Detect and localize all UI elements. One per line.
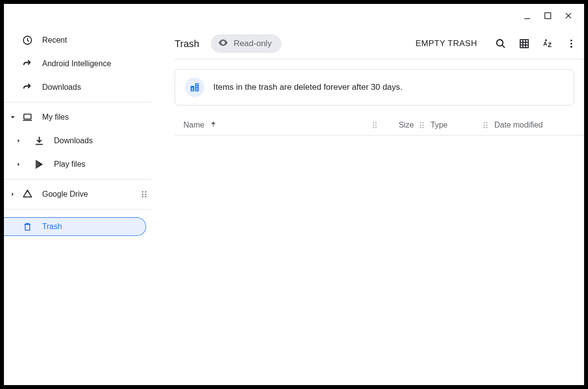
svg-point-5 bbox=[142, 194, 144, 195]
svg-point-29 bbox=[420, 127, 421, 129]
sidebar-item-label: Recent bbox=[42, 36, 151, 45]
play-store-icon bbox=[33, 159, 45, 170]
svg-point-4 bbox=[145, 191, 147, 193]
column-type[interactable]: Type bbox=[431, 121, 448, 129]
close-button[interactable] bbox=[562, 10, 574, 22]
svg-point-16 bbox=[570, 43, 572, 45]
sidebar-item-downloads-link[interactable]: Downloads bbox=[4, 76, 151, 99]
readonly-label: Read-only bbox=[233, 39, 272, 49]
eye-icon bbox=[218, 37, 229, 51]
column-headers: Name Size Type Date modified bbox=[175, 115, 584, 135]
chevron-right-icon[interactable] bbox=[4, 162, 33, 167]
sidebar-item-label: Downloads bbox=[54, 136, 151, 145]
download-icon bbox=[33, 135, 45, 146]
empty-trash-button[interactable]: EMPTY TRASH bbox=[415, 39, 477, 49]
svg-rect-12 bbox=[520, 40, 529, 48]
svg-point-25 bbox=[420, 122, 421, 124]
svg-point-35 bbox=[484, 127, 485, 129]
svg-point-32 bbox=[486, 122, 487, 124]
divider bbox=[4, 102, 151, 103]
sidebar-item-label: My files bbox=[42, 113, 151, 122]
maximize-button[interactable] bbox=[542, 10, 554, 22]
sidebar-item-downloads[interactable]: Downloads bbox=[4, 129, 151, 153]
chevron-right-icon[interactable] bbox=[4, 192, 22, 197]
svg-point-20 bbox=[375, 122, 377, 124]
svg-point-24 bbox=[375, 127, 377, 129]
sidebar-item-recent[interactable]: Recent bbox=[4, 28, 151, 52]
sidebar-item-android-intelligence[interactable]: Android Intelligence bbox=[4, 52, 151, 76]
svg-point-28 bbox=[422, 125, 424, 126]
search-icon[interactable] bbox=[490, 33, 511, 54]
svg-point-34 bbox=[486, 125, 487, 126]
divider bbox=[175, 59, 584, 59]
svg-rect-18 bbox=[213, 124, 213, 127]
readonly-badge: Read-only bbox=[211, 34, 281, 53]
svg-point-11 bbox=[497, 40, 503, 46]
svg-point-8 bbox=[145, 196, 147, 198]
divider bbox=[4, 209, 151, 209]
redirect-icon bbox=[22, 58, 33, 69]
sidebar-item-label: Play files bbox=[54, 160, 151, 169]
sidebar-item-label: Google Drive bbox=[42, 190, 151, 199]
svg-point-36 bbox=[486, 127, 487, 129]
clock-icon bbox=[22, 35, 33, 46]
sidebar-item-label: Downloads bbox=[42, 83, 151, 92]
divider bbox=[4, 179, 151, 180]
sort-asc-icon bbox=[209, 120, 217, 130]
trash-icon bbox=[22, 221, 33, 232]
svg-rect-0 bbox=[545, 13, 551, 19]
grid-view-icon[interactable] bbox=[513, 33, 535, 54]
svg-point-33 bbox=[484, 125, 485, 126]
svg-point-23 bbox=[373, 127, 374, 129]
svg-point-3 bbox=[142, 191, 144, 193]
banner-message: Items in the trash are deleted forever a… bbox=[213, 82, 403, 92]
sidebar-item-my-files[interactable]: My files bbox=[4, 105, 151, 129]
sidebar-item-play-files[interactable]: Play files bbox=[4, 153, 151, 176]
chevron-right-icon[interactable] bbox=[4, 138, 33, 143]
column-resize-handle[interactable] bbox=[481, 121, 490, 129]
svg-point-6 bbox=[145, 194, 147, 195]
redirect-icon bbox=[22, 82, 33, 93]
laptop-icon bbox=[22, 112, 33, 123]
page-title: Trash bbox=[175, 38, 199, 50]
sidebar-item-label: Trash bbox=[42, 222, 146, 231]
svg-point-22 bbox=[375, 125, 377, 126]
svg-point-19 bbox=[373, 122, 374, 124]
trash-info-banner: Items in the trash are deleted forever a… bbox=[175, 69, 574, 105]
drive-icon bbox=[22, 189, 33, 200]
svg-rect-2 bbox=[24, 114, 31, 119]
sidebar-item-google-drive[interactable]: Google Drive bbox=[4, 182, 151, 206]
svg-text:Z: Z bbox=[548, 41, 552, 49]
sidebar-item-label: Android Intelligence bbox=[42, 59, 151, 68]
toolbar: Trash Read-only EMPTY TRASH AZ bbox=[175, 28, 584, 59]
svg-point-27 bbox=[420, 125, 421, 126]
svg-point-17 bbox=[570, 46, 572, 48]
column-name[interactable]: Name bbox=[183, 121, 205, 130]
svg-point-26 bbox=[422, 122, 424, 124]
column-date-modified[interactable]: Date modified bbox=[494, 121, 543, 129]
sort-icon[interactable]: AZ bbox=[537, 33, 559, 54]
chevron-down-icon[interactable] bbox=[4, 114, 22, 120]
sidebar-item-trash[interactable]: Trash bbox=[4, 217, 146, 236]
column-resize-handle[interactable] bbox=[417, 121, 427, 129]
svg-point-15 bbox=[570, 40, 572, 42]
more-options-icon[interactable] bbox=[561, 33, 582, 54]
drag-handle-icon[interactable] bbox=[140, 190, 148, 198]
svg-point-31 bbox=[484, 122, 485, 124]
minimize-button[interactable] bbox=[521, 10, 533, 22]
svg-point-30 bbox=[422, 127, 424, 129]
svg-rect-9 bbox=[25, 224, 29, 230]
divider bbox=[175, 135, 584, 135]
column-resize-handle[interactable] bbox=[370, 121, 380, 129]
building-icon bbox=[185, 78, 205, 97]
svg-point-21 bbox=[373, 125, 374, 126]
sidebar: Recent Android Intelligence Downloads bbox=[4, 28, 151, 236]
column-size[interactable]: Size bbox=[399, 121, 414, 129]
svg-point-7 bbox=[142, 196, 144, 198]
svg-text:A: A bbox=[543, 41, 547, 47]
svg-point-10 bbox=[223, 42, 225, 44]
